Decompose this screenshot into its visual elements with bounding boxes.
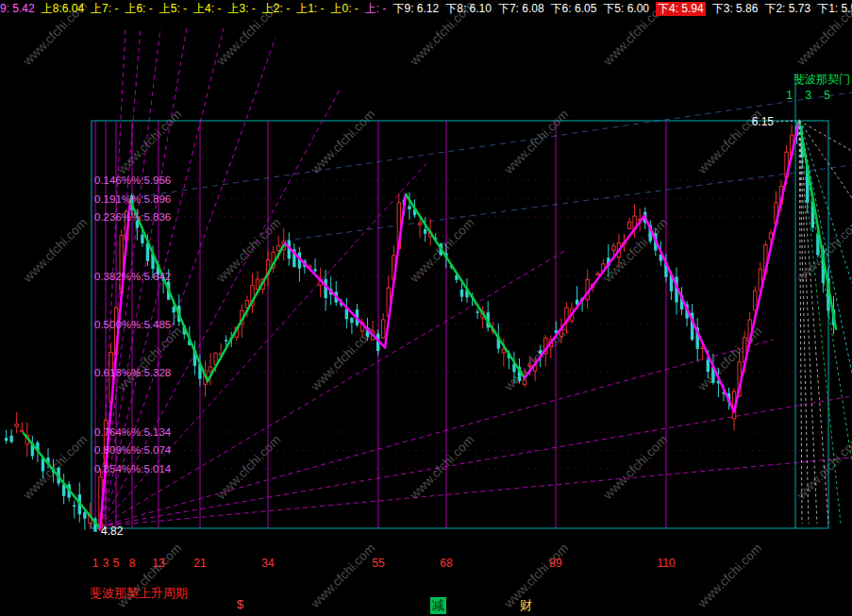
quote-bar: 9: 5.42上8:6.04上7: -上6: -上5: -上4: -上3: -上… <box>0 2 852 16</box>
quote-item: 上7: - <box>91 2 118 16</box>
watermark-text: www.cfchi.com <box>308 107 377 176</box>
footer-item[interactable]: 财 <box>518 597 534 614</box>
quote-item: 下4: 5.94 <box>656 2 706 16</box>
fib-level-label: 0.500%%:5.485 <box>94 319 171 330</box>
candle-body <box>476 311 478 313</box>
quote-item: 下1: 5.5 <box>817 2 852 16</box>
watermark-text: www.cfchi.com <box>20 215 90 285</box>
watermark-text: www.cfchi.com <box>407 432 476 502</box>
gann-fan-layer <box>100 28 852 526</box>
fib-time-label: 34 <box>261 557 275 570</box>
candle-body <box>754 291 757 310</box>
candle-body <box>350 318 353 323</box>
zigzag-segment <box>644 216 734 412</box>
watermark-text: www.cfchi.com <box>694 324 764 393</box>
candle-body <box>502 349 505 353</box>
trendline-layer <box>130 92 852 241</box>
footer-toolbar: $减财 <box>0 597 852 616</box>
fib-time-label: 13 <box>152 557 165 570</box>
zigzag-segment <box>208 243 285 381</box>
candle-body <box>612 246 615 251</box>
zigzag-segment <box>734 121 799 412</box>
candle-body <box>141 234 143 242</box>
quote-item: 上2: - <box>262 2 290 16</box>
candle-body <box>324 279 326 298</box>
candle-body <box>15 425 18 426</box>
quote-item: 上0: - <box>330 2 358 16</box>
zigzag-segment <box>130 200 208 381</box>
candle-body <box>209 367 211 372</box>
quote-item: 上8:6.04 <box>42 2 84 16</box>
candle-body <box>21 430 24 432</box>
candle-body <box>5 438 8 441</box>
fib-time-label: 1 <box>92 557 99 570</box>
fib-panel-numbers: 1 3 5 <box>786 89 835 102</box>
fib-level-label: 0.764%%:5.134 <box>94 426 172 438</box>
grid-layer <box>92 74 828 528</box>
fib-time-label: 68 <box>440 557 453 570</box>
watermark-text: www.cfchi.com <box>213 215 283 285</box>
candle-body <box>523 380 526 385</box>
candle-body <box>345 308 348 319</box>
candle-body <box>528 365 531 367</box>
fib-time-label: 3 <box>103 557 109 570</box>
fibonacci-chart-app: www.cfchi.comwww.cfchi.comwww.cfchi.comw… <box>0 0 852 616</box>
quote-item: 上5: - <box>159 2 187 16</box>
watermark-text: www.cfchi.com <box>114 107 184 176</box>
fib-level-label: 0.382%%:5.642 <box>94 271 171 282</box>
quote-item: 下2: 5.73 <box>764 2 810 16</box>
fib-level-label: 0.618%%:5.328 <box>94 367 171 378</box>
fib-time-label: 5 <box>113 557 120 570</box>
trendline <box>130 92 852 198</box>
quote-item: 上1: - <box>296 2 324 16</box>
candle-body <box>225 340 227 341</box>
candle-body <box>539 350 542 353</box>
candle-body <box>424 229 426 234</box>
footer-item[interactable]: 减 <box>430 597 446 614</box>
candle-body <box>418 224 421 225</box>
fib-level-label: 0.809%%:5.074 <box>94 444 172 456</box>
plot-box <box>92 121 828 528</box>
watermark-text: www.cfchi.com <box>600 432 670 502</box>
fib-level-label: 0.854%%:5.014 <box>94 463 172 474</box>
footer-item[interactable]: $ <box>235 597 245 611</box>
zigzag-segment <box>285 243 385 347</box>
candle-body <box>707 359 710 372</box>
fib-time-label: 21 <box>193 557 207 570</box>
quote-item: 上6: - <box>125 2 152 16</box>
candle-body <box>408 206 410 209</box>
candle-body <box>73 505 75 507</box>
candle-body <box>382 320 385 338</box>
candle-body <box>83 512 86 519</box>
chart-canvas: www.cfchi.comwww.cfchi.comwww.cfchi.comw… <box>0 0 852 616</box>
candle-body <box>277 246 280 251</box>
quote-item: 上: - <box>365 2 387 16</box>
high-price-label: 6.15 <box>752 115 775 128</box>
quote-item: 下9: 6.12 <box>393 2 440 16</box>
fib-time-label: 55 <box>372 557 385 570</box>
candle-body <box>627 222 630 228</box>
quote-item: 下6: 6.05 <box>551 2 597 16</box>
candle-body <box>9 436 12 442</box>
quote-item: 上3: - <box>227 2 255 16</box>
candle-body <box>460 290 463 297</box>
quote-item: 下5: 6.00 <box>603 2 649 16</box>
low-price-label: 4.82 <box>101 524 124 538</box>
fib-time-label: 89 <box>549 557 562 570</box>
fib-time-label: 110 <box>657 557 675 570</box>
watermark-layer: www.cfchi.comwww.cfchi.comwww.cfchi.comw… <box>20 0 852 611</box>
fib-level-label: 0.191%%:5.896 <box>94 193 171 205</box>
candle-body <box>596 274 599 275</box>
gann-ray <box>100 396 852 526</box>
peak-ray <box>799 121 852 151</box>
candle-body <box>313 269 316 271</box>
fib-panel-title: 斐波那契门 <box>794 72 850 88</box>
fib-time-label: 8 <box>129 557 136 570</box>
fib-level-label: 0.146%%:5.956 <box>94 175 171 186</box>
quote-item: 上4: - <box>193 2 221 16</box>
peak-ray <box>799 121 802 524</box>
quote-item: 9: 5.42 <box>0 2 35 16</box>
trendline <box>285 165 852 241</box>
labels-layer: 0.146%%:5.9560.191%%:5.8960.236%%:5.8360… <box>92 115 796 570</box>
quote-item: 下8: 6.10 <box>445 2 492 16</box>
